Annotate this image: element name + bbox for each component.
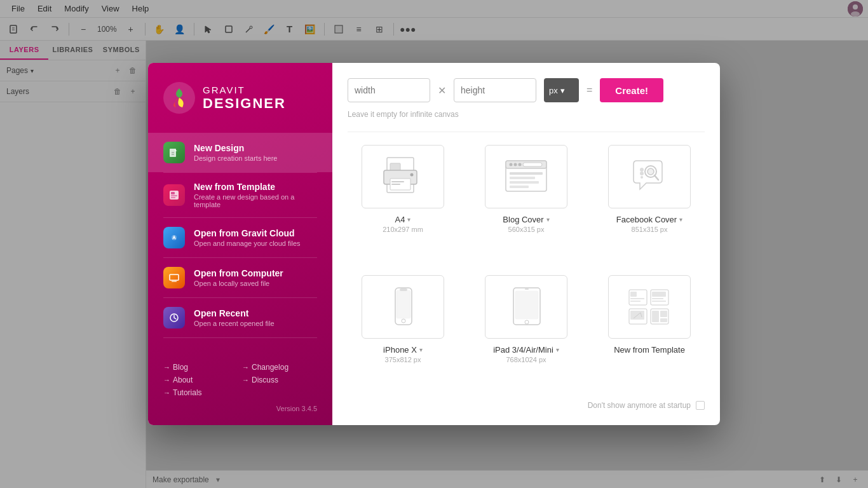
template-ipad[interactable]: iPad 3/4/Air/Mini ▾ 768x1024 px: [471, 275, 581, 393]
svg-rect-51: [525, 288, 529, 290]
svg-rect-19: [172, 281, 177, 282]
a4-svg-icon: [377, 154, 428, 199]
svg-point-50: [525, 320, 529, 324]
modal-left-panel: GRAVIT DESIGNER New Design Design crea: [148, 63, 332, 425]
link-blog[interactable]: Blog: [163, 363, 238, 372]
new-design-text: New Design Design creation starts here: [194, 143, 277, 162]
template-new-label: New from Template: [614, 345, 685, 355]
nav-divider-5: [163, 337, 317, 338]
new-template-text: New from Template Create a new design ba…: [194, 182, 317, 208]
startup-checkbox[interactable]: [696, 401, 705, 410]
svg-point-32: [519, 163, 522, 166]
new-template-title: New from Template: [194, 182, 317, 192]
template-a4[interactable]: A4 ▾ 210x297 mm: [348, 145, 458, 262]
template-ipad-size: 768x1024 px: [506, 356, 546, 363]
template-ipad-chevron-icon: ▾: [556, 346, 559, 353]
template-iphone-label: iPhone X: [383, 345, 417, 355]
link-discuss[interactable]: Discuss: [242, 376, 317, 384]
template-new-icon-wrapper: [608, 275, 691, 339]
create-row: ✕ px ▾ = Create!: [348, 78, 705, 102]
template-iphone-icon-wrapper: [362, 275, 444, 339]
create-button[interactable]: Create!: [600, 78, 663, 102]
template-new-label-row: New from Template: [614, 345, 685, 355]
svg-point-41: [640, 168, 644, 172]
svg-rect-18: [170, 274, 179, 280]
grid-divider: [348, 132, 705, 132]
blog-svg-icon: [501, 154, 552, 199]
template-blog-chevron-icon: ▾: [546, 216, 550, 223]
svg-rect-15: [171, 195, 177, 196]
template-blog-cover[interactable]: Blog Cover ▾ 560x315 px: [471, 145, 581, 262]
template-iphone-x[interactable]: iPhone X ▾ 375x812 px: [348, 275, 458, 393]
template-iphone-chevron-icon: ▾: [419, 346, 423, 353]
modal-logo: GRAVIT DESIGNER: [148, 82, 332, 133]
svg-rect-27: [391, 184, 400, 185]
new-template-subtitle: Create a new design based on a template: [194, 193, 317, 208]
template-new-from-template[interactable]: New from Template: [594, 275, 705, 393]
canvas-hint: Leave it empty for infinite canvas: [348, 110, 705, 119]
svg-rect-58: [652, 298, 663, 299]
svg-rect-65: [652, 311, 659, 322]
dimension-x-separator: ✕: [438, 85, 446, 97]
gravit-cloud-text: Open from Gravit Cloud Open and manage y…: [194, 228, 301, 247]
svg-rect-54: [630, 298, 644, 299]
link-tutorials[interactable]: Tutorials: [163, 388, 238, 397]
template-facebook-icon-wrapper: [608, 145, 691, 208]
modal-links: Blog Changelog About Discuss Tutorials: [148, 363, 332, 397]
svg-rect-67: [660, 318, 667, 322]
svg-rect-35: [510, 177, 535, 179]
svg-rect-33: [523, 163, 542, 166]
svg-rect-53: [630, 292, 637, 297]
logo-gravit: GRAVIT: [203, 85, 286, 95]
svg-rect-66: [660, 311, 667, 317]
modal-version: Version 3.4.5: [148, 397, 332, 412]
template-facebook-chevron-icon: ▾: [679, 216, 682, 223]
nav-gravit-cloud[interactable]: Open from Gravit Cloud Open and manage y…: [148, 218, 332, 257]
nav-computer[interactable]: Open from Computer Open a locally saved …: [148, 258, 332, 297]
svg-rect-36: [510, 181, 539, 184]
recent-icon: [163, 307, 185, 329]
svg-rect-55: [630, 301, 641, 302]
link-changelog[interactable]: Changelog: [242, 363, 317, 372]
svg-point-30: [510, 163, 513, 166]
logo-designer: DESIGNER: [203, 95, 286, 112]
template-facebook-cover[interactable]: Facebook Cover ▾ 851x315 px: [594, 145, 705, 262]
nav-recent[interactable]: Open Recent Open a recent opened file: [148, 298, 332, 337]
template-facebook-size: 851x315 px: [632, 226, 668, 233]
unit-chevron-icon: ▾: [560, 86, 565, 95]
computer-icon: [163, 267, 185, 288]
new-design-icon: [163, 142, 185, 163]
template-blog-label-row: Blog Cover ▾: [503, 215, 549, 224]
template-blog-icon-wrapper: [485, 145, 567, 208]
template-ipad-label-row: iPad 3/4/Air/Mini ▾: [493, 345, 559, 355]
template-facebook-label-row: Facebook Cover ▾: [616, 215, 682, 224]
welcome-modal: GRAVIT DESIGNER New Design Design crea: [148, 63, 720, 425]
gravit-cloud-title: Open from Gravit Cloud: [194, 228, 301, 238]
facebook-svg-icon: [624, 154, 675, 199]
svg-rect-46: [400, 288, 407, 291]
modal-right-panel: ✕ px ▾ = Create! Leave it empty for infi…: [332, 63, 720, 425]
computer-subtitle: Open a locally saved file: [194, 280, 283, 287]
new-design-title: New Design: [194, 143, 277, 153]
link-about[interactable]: About: [163, 376, 238, 384]
svg-rect-16: [171, 197, 175, 198]
svg-point-39: [648, 168, 654, 175]
height-input[interactable]: [454, 78, 536, 102]
template-a4-icon-wrapper: [362, 145, 444, 208]
template-blog-size: 560x315 px: [508, 226, 545, 233]
recent-title: Open Recent: [194, 308, 275, 318]
svg-rect-45: [397, 290, 410, 318]
nav-new-design[interactable]: New Design Design creation starts here: [148, 133, 332, 172]
unit-select[interactable]: px ▾: [544, 78, 579, 102]
svg-rect-26: [391, 181, 404, 182]
svg-point-31: [514, 163, 517, 166]
nav-new-template[interactable]: New from Template Create a new design ba…: [148, 173, 332, 217]
width-input[interactable]: [348, 78, 430, 102]
svg-point-43: [641, 176, 643, 179]
modal-footer: Don't show anymore at startup: [348, 392, 705, 410]
template-ipad-icon-wrapper: [485, 275, 567, 339]
svg-point-47: [402, 319, 405, 323]
svg-rect-57: [652, 292, 666, 297]
template-blog-label: Blog Cover: [503, 215, 543, 224]
template-a4-size: 210x297 mm: [383, 226, 423, 233]
